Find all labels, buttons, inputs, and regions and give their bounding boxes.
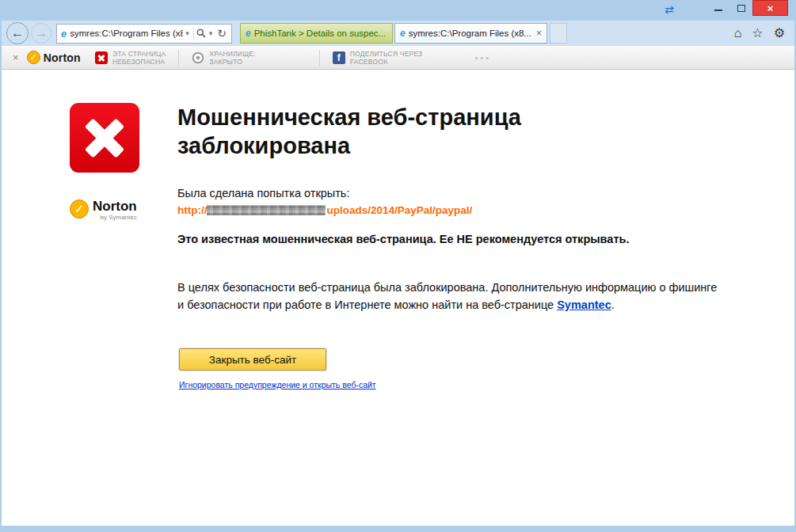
forward-icon: → — [35, 26, 48, 40]
fullscreen-toggle-icon[interactable]: ⇄ — [665, 4, 674, 15]
back-button[interactable]: ← — [6, 22, 29, 44]
norton-wordmark: Norton — [93, 200, 137, 214]
info-paragraph: В целях безопасности веб-страница была з… — [177, 279, 720, 314]
check-icon: ✓ — [74, 202, 85, 216]
window-controls: × — [706, 0, 788, 16]
tab-label: PhishTank > Details on suspec... — [254, 28, 387, 38]
tab-label: symres:C:\Program Files (x8... — [409, 28, 533, 38]
tab-ie-icon: e — [246, 28, 251, 39]
unsafe-page-icon — [95, 51, 108, 64]
tab-symres-active[interactable]: e symres:C:\Program Files (x8... × — [394, 23, 547, 44]
search-icon[interactable] — [196, 28, 207, 38]
page-title: Мошенническая веб-страница заблокирована — [177, 103, 668, 160]
info-text: В целях безопасности веб-страница была з… — [177, 281, 717, 311]
address-text[interactable]: symres:C:\Program Files (x86)\I — [70, 28, 183, 38]
url-suffix: uploads/2014/PayPal/paypal/ — [326, 204, 472, 216]
tab-phishtank[interactable]: e PhishTank > Details on suspec... — [240, 23, 393, 44]
close-website-button[interactable]: Закрыть веб-сайт — [179, 348, 326, 370]
blocked-url: http://uploads/2014/PayPal/paypal/ — [177, 204, 472, 216]
navigation-bar: ← → e symres:C:\Program Files (x86)\I ▾ … — [2, 21, 794, 46]
favorites-star-icon[interactable]: ☆ — [752, 27, 763, 40]
check-icon: ✓ — [30, 52, 37, 63]
maximize-icon — [737, 5, 745, 12]
navbar-right-icons: ⌂ ☆ ⚙ — [734, 27, 788, 40]
norton-brand: Norton — [44, 51, 81, 64]
facebook-icon: f — [333, 51, 345, 64]
search-dropdown-icon[interactable]: ▾ — [207, 29, 215, 37]
share-line1: ПОДЕЛИТЬСЯ ЧЕРЕЗ — [350, 50, 423, 58]
address-divider — [193, 27, 194, 40]
address-bar[interactable]: e symres:C:\Program Files (x86)\I ▾ ▾ ↻ — [56, 24, 232, 44]
norton-logo-lockup: ✓ Norton by Symantec — [70, 200, 137, 221]
vault-line1: ХРАНИЛИЩЕ: — [209, 50, 255, 58]
page-ie-icon: e — [61, 28, 67, 40]
ignore-warning-link[interactable]: Игнорировать предупреждение и открыть ве… — [179, 380, 376, 390]
toolbar-more-button[interactable]: ••• — [474, 53, 491, 63]
toolbar-divider — [319, 50, 320, 66]
toolbar-close-icon[interactable]: × — [10, 51, 27, 63]
close-icon: × — [767, 3, 774, 13]
facebook-share-group[interactable]: f ПОДЕЛИТЬСЯ ЧЕРЕЗ FACEBOOK — [333, 50, 423, 66]
minimize-button[interactable] — [706, 0, 729, 16]
symantec-link[interactable]: Symantec — [557, 298, 611, 311]
settings-gear-icon[interactable]: ⚙ — [774, 27, 785, 40]
new-tab-button[interactable] — [550, 23, 567, 44]
back-icon: ← — [11, 26, 24, 40]
tab-strip: e PhishTank > Details on suspec... e sym… — [240, 23, 567, 44]
home-icon[interactable]: ⌂ — [734, 27, 742, 40]
redacted-url-segment — [207, 205, 326, 215]
norton-toolbar: × ✓ Norton ЭТА СТРАНИЦА НЕБЕЗОПАСНА ХРАН… — [2, 46, 794, 70]
page-status-group[interactable]: ЭТА СТРАНИЦА НЕБЕЗОПАСНА — [95, 50, 166, 66]
refresh-icon[interactable]: ↻ — [215, 27, 229, 40]
forward-button[interactable]: → — [31, 23, 51, 44]
vault-group[interactable]: ХРАНИЛИЩЕ: ЗАКРЫТО — [192, 50, 255, 66]
url-prefix: http:// — [177, 204, 207, 216]
close-window-button[interactable]: × — [752, 0, 788, 16]
autocomplete-dropdown-icon[interactable]: ▾ — [183, 29, 192, 37]
page-status-line1: ЭТА СТРАНИЦА — [112, 50, 166, 58]
norton-check-icon: ✓ — [70, 200, 89, 218]
page-status-line2: НЕБЕЗОПАСНА — [112, 58, 166, 66]
vault-dial-icon — [192, 51, 204, 64]
toolbar-divider — [178, 50, 179, 66]
norton-logo-icon: ✓ — [27, 51, 40, 64]
tab-ie-icon: e — [400, 28, 406, 39]
attempt-label: Была сделана попытка открыть: — [177, 187, 349, 200]
vault-line2: ЗАКРЫТО — [209, 58, 255, 66]
titlebar: ⇄ × — [2, 0, 794, 21]
blocked-x-icon — [70, 103, 139, 173]
tab-close-icon[interactable]: × — [533, 28, 542, 39]
blocked-page-content: ✓ Norton by Symantec Мошенническая веб-с… — [2, 70, 794, 526]
share-line2: FACEBOOK — [350, 58, 423, 66]
warning-text: Это известная мошенническая веб-страница… — [177, 231, 688, 248]
info-text-end: . — [611, 298, 615, 311]
browser-window: ⇄ × ← → e symres:C:\Program Files (x86)\… — [0, 0, 796, 532]
maximize-button[interactable] — [729, 0, 752, 16]
norton-by-symantec: by Symantec — [93, 214, 137, 221]
minimize-icon — [714, 10, 722, 11]
